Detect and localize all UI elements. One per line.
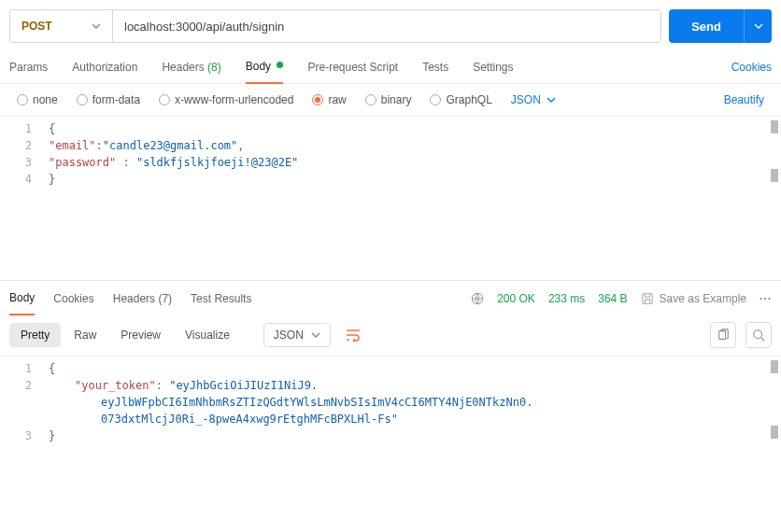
- resp-tab-cookies[interactable]: Cookies: [53, 292, 93, 315]
- search-icon: [752, 329, 765, 342]
- chevron-down-icon: [92, 21, 101, 31]
- resp-tab-headers[interactable]: Headers (7): [113, 292, 172, 315]
- view-raw[interactable]: Raw: [63, 323, 107, 347]
- more-options-button[interactable]: ∙∙∙: [760, 292, 772, 305]
- tab-body-label: Body: [246, 60, 271, 73]
- tab-params[interactable]: Params: [9, 61, 48, 83]
- tab-headers-count: (8): [207, 61, 221, 74]
- response-size: 364 B: [598, 292, 627, 305]
- bodytype-graphql[interactable]: GraphQL: [430, 93, 491, 106]
- tab-tests[interactable]: Tests: [422, 61, 448, 83]
- chevron-down-icon: [547, 95, 556, 105]
- tab-settings[interactable]: Settings: [473, 61, 513, 83]
- resp-tab-testresults[interactable]: Test Results: [191, 292, 251, 315]
- raw-format-select[interactable]: JSON: [511, 93, 556, 106]
- tab-headers-label: Headers: [162, 61, 204, 74]
- response-time: 233 ms: [548, 292, 585, 305]
- save-as-example-button[interactable]: Save as Example: [641, 292, 746, 305]
- bodytype-urlencoded[interactable]: x-www-form-urlencoded: [159, 93, 293, 106]
- copy-button[interactable]: [710, 322, 736, 348]
- svg-rect-2: [719, 331, 726, 340]
- svg-rect-1: [642, 294, 652, 304]
- tab-prerequest[interactable]: Pre-request Script: [307, 61, 398, 83]
- wrap-icon: [346, 329, 361, 342]
- scrollbar[interactable]: [771, 426, 778, 439]
- save-icon: [641, 292, 654, 305]
- status-code: 200 OK: [497, 292, 535, 305]
- svg-point-3: [754, 330, 762, 339]
- wrap-lines-button[interactable]: [340, 322, 366, 348]
- tab-body[interactable]: Body: [246, 60, 284, 84]
- bodytype-raw[interactable]: raw: [312, 93, 346, 106]
- http-method-select[interactable]: POST: [10, 10, 113, 42]
- response-body-viewer[interactable]: 1 2 3 { "your_token": "eyJhbGciOiJIUzI1N…: [0, 356, 781, 505]
- send-options-button[interactable]: [744, 9, 772, 43]
- view-visualize[interactable]: Visualize: [174, 323, 241, 347]
- copy-icon: [717, 329, 730, 342]
- bodytype-none[interactable]: none: [17, 93, 58, 106]
- chevron-down-icon: [311, 330, 320, 340]
- scrollbar[interactable]: [771, 169, 778, 182]
- request-body-editor[interactable]: 1 2 3 4 { "email":"candle23@gmail.com", …: [0, 116, 781, 280]
- line-gutter: 1 2 3 4: [0, 117, 43, 280]
- scrollbar[interactable]: [771, 360, 778, 373]
- resp-tab-body[interactable]: Body: [9, 291, 35, 315]
- resp-format-select[interactable]: JSON: [263, 323, 331, 347]
- code-area[interactable]: { "email":"candle23@gmail.com", "passwor…: [43, 117, 781, 280]
- bodytype-formdata[interactable]: form-data: [77, 93, 140, 106]
- beautify-button[interactable]: Beautify: [724, 93, 764, 106]
- chevron-down-icon: [754, 21, 763, 31]
- view-pretty[interactable]: Pretty: [9, 323, 61, 347]
- bodytype-binary[interactable]: binary: [365, 93, 412, 106]
- url-input[interactable]: [113, 10, 660, 42]
- globe-icon[interactable]: [471, 292, 484, 305]
- http-method-label: POST: [21, 20, 52, 33]
- cookies-link[interactable]: Cookies: [731, 61, 772, 74]
- line-gutter: 1 2 3: [0, 357, 43, 505]
- code-area: { "your_token": "eyJhbGciOiJIUzI1NiJ9. e…: [43, 357, 781, 505]
- search-button[interactable]: [746, 322, 772, 348]
- tab-authorization[interactable]: Authorization: [72, 61, 137, 83]
- send-button[interactable]: Send: [669, 9, 744, 43]
- scrollbar[interactable]: [771, 120, 778, 133]
- tab-headers[interactable]: Headers (8): [162, 61, 220, 83]
- unsaved-dot-icon: [277, 62, 283, 68]
- view-preview[interactable]: Preview: [109, 323, 172, 347]
